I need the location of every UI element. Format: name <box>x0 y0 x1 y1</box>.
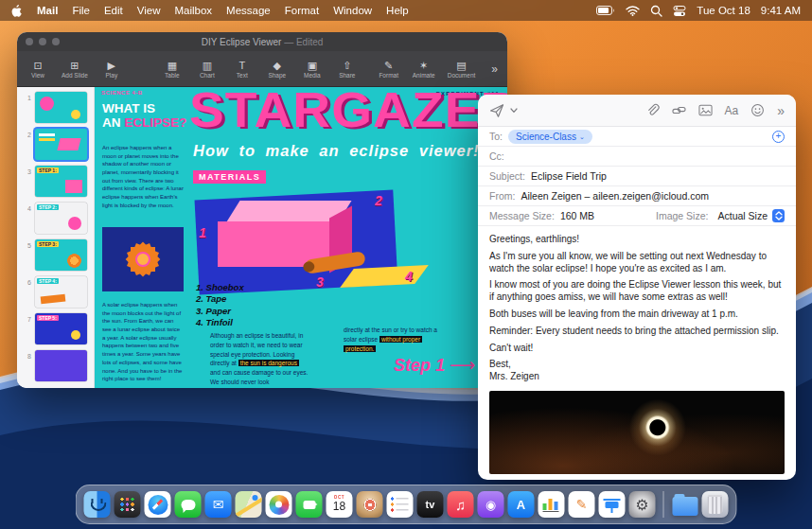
dock-launchpad[interactable] <box>115 491 141 518</box>
materials-item: 3. Paper <box>196 306 244 317</box>
dock-music[interactable]: ♫ <box>448 491 474 518</box>
spotlight-search-icon[interactable] <box>650 5 662 17</box>
mail-header-fields: To: Science-Class ⌄ + Cc: Subject: Eclip… <box>478 127 796 226</box>
canvas-heading[interactable]: WHAT IS AN ECLIPSE? <box>102 102 189 131</box>
slide-thumbnail-3[interactable]: 3 STEP 1: <box>17 163 94 200</box>
menu-bar-clock[interactable]: 9:41 AM <box>761 5 801 16</box>
canvas-paragraph-2[interactable]: A solar eclipse happens when the moon bl… <box>102 301 184 383</box>
menu-edit[interactable]: Edit <box>104 5 123 16</box>
menu-window[interactable]: Window <box>333 5 372 16</box>
slide-thumbnail-4[interactable]: 4 STEP 2: <box>17 200 94 237</box>
canvas-body-right[interactable]: directly at the sun or try to watch a so… <box>344 326 451 353</box>
keynote-tool-text[interactable]: T Text <box>231 60 254 79</box>
keynote-tool-animate[interactable]: ✶ Animate <box>413 60 435 79</box>
canvas-paragraph-1[interactable]: An eclipse happens when a moon or planet… <box>102 144 184 210</box>
keynote-tool-media[interactable]: ▣ Media <box>301 60 324 79</box>
menu-mailbox[interactable]: Mailbox <box>174 5 212 16</box>
attach-paperclip-icon[interactable] <box>645 103 660 117</box>
from-field[interactable]: From: Aileen Zeigen – aileen.zeigen@iclo… <box>478 186 796 206</box>
dock-mail[interactable]: ✉ <box>205 491 232 518</box>
add-recipient-button[interactable]: + <box>772 131 785 143</box>
menu-view[interactable]: View <box>137 5 161 16</box>
keynote-tool-document[interactable]: ▤ Document <box>448 60 476 79</box>
tv-logo: tv <box>426 499 435 510</box>
illustration-number-2: 2 <box>375 193 382 208</box>
toolbar-overflow-chevrons-icon[interactable]: » <box>491 62 498 76</box>
keynote-tool-share[interactable]: ⇧ Share <box>336 60 359 79</box>
keynote-tool-view[interactable]: ⊡ View <box>26 60 49 79</box>
dock-trash[interactable] <box>702 491 729 518</box>
keynote-tool-chart[interactable]: ▥ Chart <box>196 60 219 79</box>
dock-numbers[interactable] <box>538 491 565 518</box>
link-icon[interactable] <box>672 103 686 117</box>
menu-message[interactable]: Message <box>226 5 271 16</box>
canvas-big-title[interactable]: STARGAZERS <box>189 87 507 136</box>
keynote-tool-table[interactable]: ▦ Table <box>161 60 184 79</box>
dock-downloads-folder[interactable] <box>672 491 698 518</box>
menu-file[interactable]: File <box>72 5 90 16</box>
canvas-subtitle[interactable]: How to make an eclipse viewer! <box>193 142 480 160</box>
to-field[interactable]: To: Science-Class ⌄ + <box>478 127 796 147</box>
recipient-token[interactable]: Science-Class ⌄ <box>508 130 592 144</box>
dock-messages[interactable] <box>175 491 202 518</box>
toolbar-more-chevrons-icon[interactable]: » <box>777 103 785 118</box>
keynote-tool-add-slide[interactable]: ⊞ Add Slide <box>62 60 88 79</box>
keynote-tool-shape[interactable]: ◆ Shape <box>266 60 289 79</box>
dock-maps[interactable] <box>236 491 262 518</box>
camera-lens-icon <box>363 499 376 511</box>
menu-bar-date[interactable]: Tue Oct 18 <box>697 5 750 16</box>
image-size-popup[interactable]: Actual Size <box>717 209 785 222</box>
message-body[interactable]: Greetings, earthlings! As I'm sure you a… <box>478 226 796 480</box>
dock-calendar[interactable]: OCT 18 <box>327 491 353 518</box>
dock-facetime[interactable] <box>296 491 323 518</box>
send-options-chevron-icon[interactable] <box>510 108 518 114</box>
keynote-tool-format[interactable]: ✎ Format <box>378 60 400 79</box>
slide-canvas[interactable]: SCIENCE 4-B EXPERIMENT #11 WHAT IS AN EC… <box>95 87 507 388</box>
materials-list[interactable]: 1. Shoebox 2. Tape 3. Paper 4. Tinfoil <box>196 282 244 328</box>
emoji-icon[interactable] <box>750 103 765 117</box>
dock-finder[interactable] <box>84 491 111 518</box>
keynote-window[interactable]: DIY Eclipse Viewer — Edited ⊡ View ⊞ Add… <box>17 32 507 388</box>
slide-thumbnail-8[interactable]: 8 <box>17 347 94 384</box>
eclipse-photo-attachment[interactable] <box>489 391 785 474</box>
dock-system-settings[interactable]: ⚙ <box>629 491 656 518</box>
materials-label[interactable]: MATERIALS <box>193 170 266 184</box>
step-arrow-icon: ⟶ <box>450 355 473 375</box>
slide-thumbnail-2-selected[interactable]: 2 <box>17 126 94 163</box>
dock-tv[interactable]: tv <box>417 491 444 518</box>
slide-thumbnail-6[interactable]: 6 STEP 4: <box>17 273 94 310</box>
apple-menu-icon[interactable] <box>11 4 23 17</box>
materials-item: 4. Tinfoil <box>196 317 244 328</box>
dock-app-store[interactable]: A <box>508 491 535 518</box>
dock-photo-booth[interactable] <box>357 491 383 518</box>
battery-icon[interactable] <box>596 6 615 15</box>
dock-reminders[interactable] <box>387 491 414 518</box>
menu-format[interactable]: Format <box>285 5 319 16</box>
sun-illustration[interactable] <box>102 227 184 291</box>
trash-icon <box>708 495 723 514</box>
slide-thumbnail-1[interactable]: 1 <box>17 89 94 126</box>
view-icon: ⊡ <box>33 60 42 71</box>
menu-help[interactable]: Help <box>386 5 409 16</box>
step-1-callout[interactable]: Step 1 ⟶ <box>394 354 473 376</box>
format-text-button[interactable]: Aa <box>725 104 739 117</box>
photo-browser-icon[interactable] <box>698 103 713 117</box>
mail-compose-window[interactable]: Aa » To: Science-Class ⌄ + Cc: Subject: <box>478 95 796 480</box>
dock-photos[interactable] <box>266 491 292 518</box>
dock-pages[interactable]: ✎ <box>569 491 595 518</box>
cc-field[interactable]: Cc: <box>478 147 796 167</box>
menu-mail[interactable]: Mail <box>37 5 58 16</box>
dock-keynote[interactable] <box>599 491 626 518</box>
keynote-tool-play[interactable]: ▶ Play <box>100 60 123 79</box>
video-camera-icon <box>303 501 315 509</box>
subject-field[interactable]: Subject: Eclipse Field Trip <box>478 167 796 186</box>
control-center-icon[interactable] <box>673 5 686 17</box>
dock-podcasts[interactable]: ◉ <box>478 491 504 518</box>
slide-thumbnail-5[interactable]: 5 STEP 3: <box>17 237 94 273</box>
launchpad-grid-icon <box>120 497 135 512</box>
send-icon[interactable] <box>489 103 504 118</box>
canvas-body-left[interactable]: Although an eclipse is beautiful, in ord… <box>210 331 309 387</box>
dock-safari[interactable] <box>145 491 171 518</box>
wifi-icon[interactable] <box>626 6 640 16</box>
slide-thumbnail-7[interactable]: 7 STEP 5: <box>17 310 94 347</box>
